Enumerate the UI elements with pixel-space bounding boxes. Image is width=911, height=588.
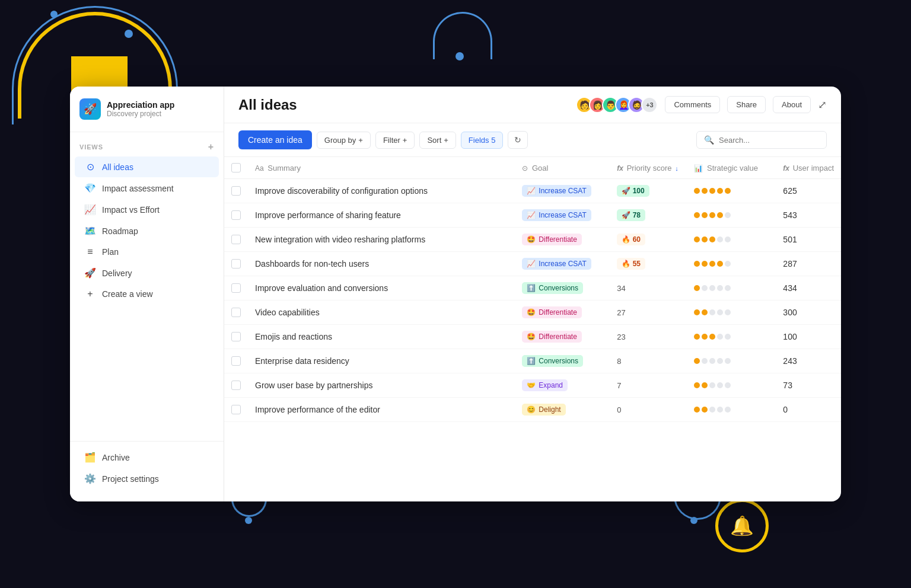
dot bbox=[694, 334, 700, 340]
dot bbox=[702, 382, 708, 388]
col-impact-header[interactable]: fx User impact bbox=[776, 157, 841, 179]
row-checkbox[interactable] bbox=[231, 381, 241, 390]
row-impact-value: 434 bbox=[783, 283, 797, 293]
plan-icon: ≡ bbox=[84, 247, 96, 257]
goal-label: Increase CSAT bbox=[539, 187, 586, 195]
row-summary: Improve evaluation and conversions bbox=[255, 283, 388, 293]
row-impact-value: 0 bbox=[783, 405, 788, 414]
row-strategic-cell bbox=[687, 398, 776, 422]
row-impact-value: 501 bbox=[783, 235, 797, 244]
row-impact-cell: 501 bbox=[776, 228, 841, 252]
row-goal-cell: 📈 Increase CSAT bbox=[515, 203, 610, 228]
strategic-dots bbox=[694, 334, 769, 340]
sidebar-item-delivery[interactable]: 🚀 Delivery bbox=[75, 263, 219, 283]
dot bbox=[709, 334, 715, 340]
goal-badge: 🤩 Differentiate bbox=[522, 331, 581, 343]
add-view-icon[interactable]: + bbox=[208, 142, 214, 152]
dot bbox=[717, 334, 723, 340]
views-label: VIEWS + bbox=[79, 142, 214, 152]
dot bbox=[725, 188, 731, 194]
row-strategic-cell bbox=[687, 228, 776, 252]
row-checkbox-cell bbox=[224, 203, 248, 228]
sidebar-item-impact-vs-effort[interactable]: 📈 Impact vs Effort bbox=[75, 199, 219, 220]
app-name: Appreciation app bbox=[107, 100, 174, 110]
expand-button[interactable]: ⤢ bbox=[818, 98, 827, 111]
goal-emoji: 📈 bbox=[527, 260, 536, 268]
row-impact-value: 287 bbox=[783, 259, 797, 269]
fields-button[interactable]: Fields 5 bbox=[461, 132, 504, 149]
row-priority-cell: 🚀 100 bbox=[610, 179, 687, 203]
goal-label: Increase CSAT bbox=[539, 260, 586, 268]
row-strategic-cell bbox=[687, 252, 776, 276]
dot bbox=[717, 261, 723, 267]
dot bbox=[725, 358, 731, 364]
comments-button[interactable]: Comments bbox=[665, 96, 720, 113]
row-checkbox[interactable] bbox=[231, 356, 241, 366]
dot bbox=[717, 285, 723, 291]
sidebar-item-all-ideas[interactable]: ⊙ All ideas bbox=[75, 156, 219, 177]
row-summary: Emojis and reactions bbox=[255, 332, 332, 341]
row-summary: Improve discoverability of configuration… bbox=[255, 186, 428, 196]
filter-button[interactable]: Filter + bbox=[375, 132, 415, 149]
col-summary-header[interactable]: Aa Summary bbox=[248, 157, 515, 179]
col-priority-header[interactable]: fx Priority score ↓ bbox=[610, 157, 687, 179]
group-by-button[interactable]: Group by + bbox=[317, 132, 371, 149]
about-button[interactable]: About bbox=[773, 96, 811, 113]
row-checkbox[interactable] bbox=[231, 235, 241, 244]
strategic-dots bbox=[694, 407, 769, 413]
strategic-dots bbox=[694, 309, 769, 315]
row-checkbox[interactable] bbox=[231, 283, 241, 293]
row-checkbox-cell bbox=[224, 301, 248, 325]
outer-background: 🔔 🚀 Appreciation app Discovery project V… bbox=[0, 0, 911, 588]
score-value: 7 bbox=[617, 381, 621, 390]
refresh-button[interactable]: ↻ bbox=[508, 131, 528, 149]
row-priority-cell: 🔥 55 bbox=[610, 252, 687, 276]
sidebar-item-create-view[interactable]: + Create a view bbox=[75, 284, 219, 304]
create-view-icon: + bbox=[84, 289, 96, 299]
sidebar-item-archive[interactable]: 🗂️ Archive bbox=[75, 447, 219, 468]
row-checkbox[interactable] bbox=[231, 186, 241, 196]
sidebar: 🚀 Appreciation app Discovery project VIE… bbox=[70, 87, 224, 501]
strategic-dots bbox=[694, 188, 769, 194]
table-row: Dashboards for non-tech users 📈 Increase… bbox=[224, 252, 841, 276]
row-impact-value: 543 bbox=[783, 210, 797, 220]
impact-col-icon: fx bbox=[783, 164, 789, 172]
dot bbox=[709, 188, 715, 194]
sidebar-item-label: Archive bbox=[102, 453, 130, 462]
col-strategic-header[interactable]: 📊 Strategic value bbox=[687, 157, 776, 179]
sidebar-item-roadmap[interactable]: 🗺️ Roadmap bbox=[75, 220, 219, 241]
row-goal-cell: 🤝 Expand bbox=[515, 373, 610, 398]
sidebar-item-impact-assessment[interactable]: 💎 Impact assessment bbox=[75, 178, 219, 199]
row-checkbox[interactable] bbox=[231, 405, 241, 414]
row-checkbox[interactable] bbox=[231, 308, 241, 317]
sidebar-nav: ⊙ All ideas 💎 Impact assessment 📈 Impact… bbox=[70, 156, 224, 305]
sidebar-item-label: Delivery bbox=[102, 269, 132, 278]
dot bbox=[725, 212, 731, 218]
table-row: Improve performance of the editor 😊 Deli… bbox=[224, 398, 841, 422]
row-summary-cell: Dashboards for non-tech users bbox=[248, 252, 515, 276]
select-all-checkbox[interactable] bbox=[231, 163, 241, 172]
sidebar-item-project-settings[interactable]: ⚙️ Project settings bbox=[75, 468, 219, 489]
row-impact-value: 625 bbox=[783, 186, 797, 196]
sort-button[interactable]: Sort + bbox=[419, 132, 456, 149]
col-goal-header[interactable]: ⊙ Goal bbox=[515, 157, 610, 179]
dot bbox=[702, 407, 708, 413]
goal-label: Differentiate bbox=[539, 308, 576, 317]
search-input[interactable] bbox=[719, 136, 819, 145]
fields-count: 5 bbox=[491, 136, 495, 145]
row-checkbox[interactable] bbox=[231, 332, 241, 341]
share-button[interactable]: Share bbox=[727, 96, 766, 113]
row-checkbox-cell bbox=[224, 252, 248, 276]
row-impact-value: 100 bbox=[783, 332, 797, 341]
sidebar-item-plan[interactable]: ≡ Plan bbox=[75, 242, 219, 262]
row-priority-cell: 🔥 60 bbox=[610, 228, 687, 252]
dot bbox=[709, 261, 715, 267]
deco-circle-top-mid bbox=[456, 52, 464, 60]
row-checkbox[interactable] bbox=[231, 259, 241, 269]
dot bbox=[725, 237, 731, 242]
create-idea-button[interactable]: Create an idea bbox=[238, 130, 312, 149]
row-goal-cell: ⬆️ Conversions bbox=[515, 276, 610, 301]
sort-plus-icon: + bbox=[444, 136, 448, 145]
row-checkbox[interactable] bbox=[231, 210, 241, 220]
sidebar-item-label: Plan bbox=[102, 247, 119, 257]
